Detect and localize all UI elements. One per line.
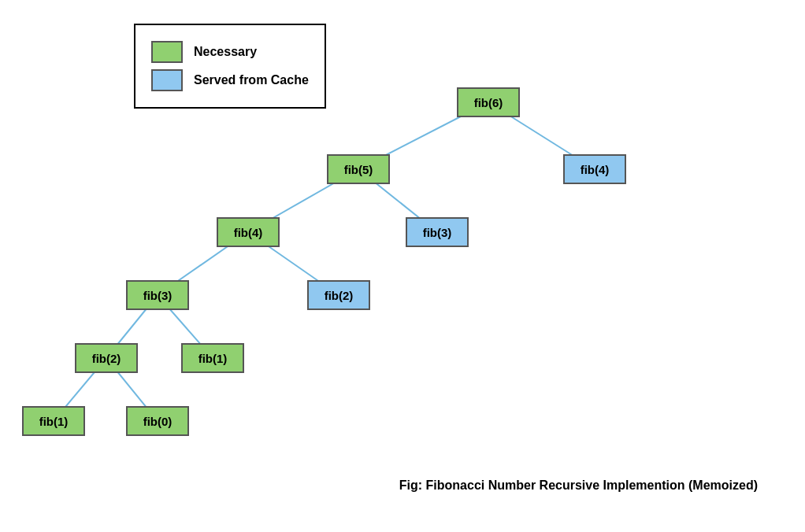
node-fib4b: fib(4) <box>217 217 280 247</box>
edges-layer <box>0 0 805 532</box>
canvas: Necessary Served from Cache fib(6)fib(5)… <box>0 0 805 532</box>
legend: Necessary Served from Cache <box>134 24 326 109</box>
node-fib5: fib(5) <box>327 154 390 184</box>
node-fib0: fib(0) <box>126 406 189 436</box>
node-fib1b: fib(1) <box>22 406 85 436</box>
figure-caption: Fig: Fibonacci Number Recursive Implemen… <box>399 478 758 493</box>
node-fib6: fib(6) <box>457 87 520 117</box>
legend-label-cache: Served from Cache <box>194 73 309 87</box>
legend-color-necessary <box>151 41 183 63</box>
node-fib3a: fib(3) <box>406 217 469 247</box>
node-fib2b: fib(2) <box>75 343 138 373</box>
node-fib2a: fib(2) <box>307 280 370 310</box>
legend-color-cache <box>151 69 183 91</box>
node-fib4a: fib(4) <box>563 154 626 184</box>
legend-item-cache: Served from Cache <box>151 69 309 91</box>
legend-label-necessary: Necessary <box>194 45 257 59</box>
node-fib1a: fib(1) <box>181 343 244 373</box>
node-fib3b: fib(3) <box>126 280 189 310</box>
legend-item-necessary: Necessary <box>151 41 309 63</box>
